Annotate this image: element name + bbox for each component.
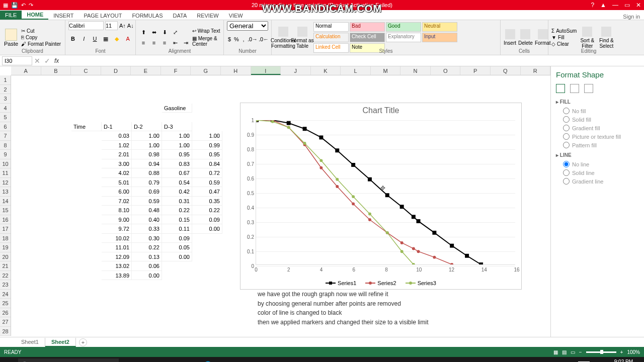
font-name-combo[interactable] xyxy=(68,21,104,30)
cell[interactable]: 1.00 xyxy=(132,131,162,141)
row-header[interactable]: 8 xyxy=(0,141,11,150)
col-header[interactable]: O xyxy=(431,66,461,75)
decrease-decimal-icon[interactable]: .0← xyxy=(259,35,268,44)
tab-data[interactable]: DATA xyxy=(168,12,192,20)
style-good[interactable]: Good xyxy=(386,22,421,32)
style-explanatory[interactable]: Explanatory ... xyxy=(386,33,421,42)
col-header[interactable]: L xyxy=(341,66,371,75)
cell[interactable]: 12.09 xyxy=(102,252,132,262)
cell[interactable]: 9.00 xyxy=(102,215,132,225)
comma-icon[interactable]: , xyxy=(241,35,246,44)
cell[interactable]: 0.15 xyxy=(162,215,192,225)
task-view-icon[interactable]: ▭ xyxy=(136,357,151,362)
cell[interactable]: 13.02 xyxy=(102,261,132,271)
row-header[interactable]: 7 xyxy=(0,131,11,141)
row-header[interactable]: 11 xyxy=(0,168,11,178)
cell[interactable]: 5.01 xyxy=(102,178,132,188)
ribbon-options-icon[interactable]: ▲ xyxy=(600,2,606,9)
sheet-tab[interactable]: Sheet1 xyxy=(15,338,45,347)
effects-icon[interactable] xyxy=(570,84,579,93)
line-section-toggle[interactable]: ▸ LINE xyxy=(556,152,639,158)
sheet-tab[interactable]: Sheet2 xyxy=(45,338,76,347)
chrome-icon[interactable]: 🌐 xyxy=(200,357,215,362)
cell[interactable]: 6.00 xyxy=(102,187,132,197)
bold-button[interactable]: B xyxy=(68,34,77,43)
increase-decimal-icon[interactable]: .0→ xyxy=(248,35,257,44)
row-header[interactable]: 25 xyxy=(0,299,11,308)
cell[interactable]: D-3 xyxy=(162,122,192,132)
fill-color-button[interactable]: ◆ xyxy=(112,34,121,43)
minimize-icon[interactable]: — xyxy=(612,2,618,9)
edge-icon[interactable]: e xyxy=(152,357,167,362)
col-header[interactable]: H xyxy=(221,66,251,75)
normal-view-icon[interactable]: ▦ xyxy=(553,349,558,355)
cell[interactable]: 10.02 xyxy=(102,234,132,243)
cell[interactable]: 0.09 xyxy=(162,234,192,243)
row-header[interactable]: 1 xyxy=(0,75,11,85)
increase-font-icon[interactable]: A↑ xyxy=(119,21,126,30)
row-header[interactable]: 13 xyxy=(0,187,11,197)
cell[interactable]: 0.13 xyxy=(132,252,162,262)
autosum-button[interactable]: Σ AutoSum xyxy=(551,28,577,34)
align-middle-icon[interactable]: ⬌ xyxy=(149,28,158,37)
fill-option[interactable]: Pattern fill xyxy=(556,141,639,149)
row-header[interactable]: 16 xyxy=(0,215,11,225)
name-box[interactable] xyxy=(2,56,32,65)
row-header[interactable]: 4 xyxy=(0,104,11,113)
decrease-font-icon[interactable]: A↓ xyxy=(127,21,134,30)
tab-view[interactable]: VIEW xyxy=(224,12,248,20)
tab-home[interactable]: HOME xyxy=(22,11,48,20)
find-select-button[interactable]: Find & Select xyxy=(598,27,615,49)
cell[interactable]: 0.69 xyxy=(132,187,162,197)
col-header[interactable]: F xyxy=(161,66,191,75)
col-header[interactable]: N xyxy=(400,66,431,75)
taskbar-clock[interactable]: 9:02 PM3/19/2020 xyxy=(611,359,633,362)
align-right-icon[interactable]: ≡ xyxy=(160,38,169,47)
cell[interactable]: 0.00 xyxy=(132,271,162,281)
col-header[interactable]: R xyxy=(521,66,550,75)
cell[interactable]: 1.00 xyxy=(192,131,222,141)
cell[interactable]: 0.54 xyxy=(162,178,192,188)
style-input[interactable]: Input xyxy=(422,33,457,42)
cell[interactable]: 8.10 xyxy=(102,206,132,215)
explorer-icon[interactable]: 📁 xyxy=(168,357,183,362)
row-header[interactable]: 3 xyxy=(0,94,11,104)
fill-section-toggle[interactable]: ▸ FILL xyxy=(556,99,639,105)
tab-insert[interactable]: INSERT xyxy=(48,12,78,20)
row-header[interactable]: 27 xyxy=(0,317,11,327)
zoom-out-icon[interactable]: − xyxy=(579,349,582,355)
maximize-icon[interactable]: ▭ xyxy=(624,2,630,9)
zoom-level[interactable]: 100% xyxy=(627,349,640,355)
row-header[interactable]: 17 xyxy=(0,224,11,234)
add-sheet-button[interactable]: + xyxy=(79,338,87,346)
border-button[interactable]: ▦ xyxy=(101,34,110,43)
number-format-combo[interactable]: General xyxy=(227,21,268,31)
underline-button[interactable]: U xyxy=(91,34,100,43)
cell[interactable]: 0.48 xyxy=(132,206,162,215)
col-header[interactable]: E xyxy=(131,66,161,75)
copy-button[interactable]: ⎘Copy xyxy=(21,35,61,40)
zoom-in-icon[interactable]: + xyxy=(620,349,623,355)
paste-button[interactable]: Paste xyxy=(3,29,19,47)
row-header[interactable]: 5 xyxy=(0,113,11,122)
indent-dec-icon[interactable]: ⇤ xyxy=(171,38,180,47)
size-props-icon[interactable] xyxy=(584,84,593,93)
col-header[interactable]: G xyxy=(191,66,221,75)
cell[interactable]: D-1 xyxy=(102,122,132,132)
col-header[interactable]: I xyxy=(251,66,281,75)
cortana-icon[interactable]: ○ xyxy=(120,357,135,362)
orientation-icon[interactable]: ⤢ xyxy=(171,28,180,37)
cell[interactable]: 1.00 xyxy=(162,131,192,141)
font-color-button[interactable]: A xyxy=(123,34,132,43)
cancel-formula-icon[interactable]: ✕ xyxy=(34,57,40,65)
cell[interactable]: 0.11 xyxy=(162,224,192,234)
row-header[interactable]: 14 xyxy=(0,197,11,206)
cell[interactable]: 1.00 xyxy=(162,141,192,150)
page-break-icon[interactable]: ▭ xyxy=(571,349,575,355)
cell[interactable]: 0.33 xyxy=(132,224,162,234)
cell[interactable]: 0.42 xyxy=(162,187,192,197)
legend-item[interactable]: Series2 xyxy=(365,280,396,286)
row-header[interactable]: 21 xyxy=(0,261,11,271)
cell[interactable]: 0.79 xyxy=(132,178,162,188)
word-icon[interactable]: W xyxy=(216,357,231,362)
